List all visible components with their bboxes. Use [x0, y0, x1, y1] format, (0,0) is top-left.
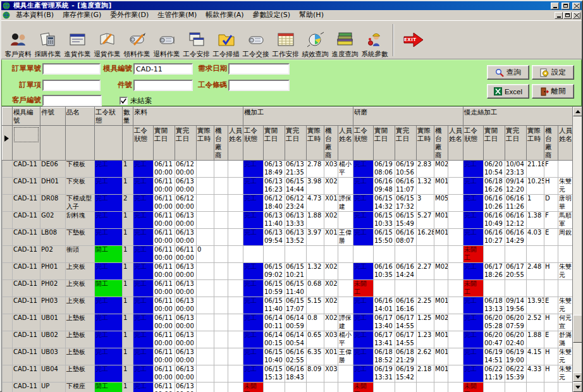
qty-cell[interactable]: 1	[123, 178, 133, 195]
grid-cell[interactable]: 06/18 13:13	[484, 297, 505, 314]
person-cell[interactable]: 馬順軍	[558, 212, 574, 229]
machine-cell[interactable]	[324, 246, 338, 263]
status-cell[interactable]: 完工	[353, 263, 374, 280]
toolbar-button-customer-data[interactable]: 客戶資料	[3, 22, 33, 58]
menu-item-help[interactable]: 幫助(H)	[295, 9, 328, 21]
machine-cell[interactable]: D	[544, 195, 558, 212]
grid-cell[interactable]: 06/17 13:40	[374, 314, 395, 331]
toolbar-button-work-order-arrange[interactable]: 工令安排	[181, 22, 211, 58]
grid-cell[interactable]: 06/15 17:32	[395, 195, 417, 212]
status-cell[interactable]: 完工	[133, 280, 154, 297]
person-cell[interactable]	[448, 195, 463, 212]
hours-cell[interactable]	[197, 365, 214, 383]
machine-cell[interactable]: M01	[434, 348, 448, 365]
vertical-scrollbar[interactable]	[572, 107, 582, 392]
status-cell[interactable]: 完工	[95, 297, 123, 314]
person-cell[interactable]	[448, 383, 463, 392]
person-cell[interactable]	[448, 280, 463, 297]
machine-cell[interactable]	[214, 161, 228, 178]
grid-cell[interactable]: 06/11 00:00	[154, 331, 175, 348]
person-cell[interactable]	[448, 178, 463, 195]
hours-cell[interactable]: 2.78	[307, 161, 324, 178]
grid-cell[interactable]	[264, 383, 285, 392]
part-name-cell[interactable]: 上墊板	[66, 348, 95, 365]
child-minimize-button[interactable]	[555, 12, 563, 19]
machine-cell[interactable]: M01	[434, 297, 448, 314]
table-row[interactable]: CAD-11UB01上墊板完工1完工06/11 00:0006/13 00:00…	[3, 314, 574, 331]
hours-cell[interactable]	[197, 331, 214, 348]
machine-cell[interactable]	[214, 331, 228, 348]
grid-cell[interactable]: 06/15 09:02	[264, 263, 285, 280]
qty-cell[interactable]: 1	[123, 348, 133, 365]
grid-cell[interactable]: 06/13 16:23	[264, 178, 285, 195]
machine-cell[interactable]	[434, 383, 448, 392]
hours-cell[interactable]: 1.23	[417, 331, 434, 348]
grid-cell[interactable]: 06/11 00:00	[154, 161, 175, 178]
grid-cell[interactable]: 06/19 13:31	[374, 365, 395, 383]
machine-cell[interactable]: X03	[324, 365, 338, 383]
mold-no-cell[interactable]: CAD-11	[13, 383, 40, 392]
qty-cell[interactable]: 1	[123, 314, 133, 331]
machine-cell[interactable]	[434, 280, 448, 297]
row-marker[interactable]	[3, 348, 13, 365]
person-cell[interactable]	[338, 280, 353, 297]
open-only-checkbox[interactable]	[120, 97, 128, 105]
status-cell[interactable]: 完工	[353, 297, 374, 314]
toolbar-button-incoming-goods[interactable]: 進貨作業	[63, 22, 92, 58]
grid-cell[interactable]: 06/11 00:00	[154, 348, 175, 365]
hours-cell[interactable]: 2.62	[417, 348, 434, 365]
grid-cell[interactable]	[374, 246, 395, 263]
grid-cell[interactable]: 06/11 00:00	[154, 212, 175, 229]
mold-no-cell[interactable]: CAD-11	[13, 229, 40, 246]
hours-cell[interactable]	[197, 314, 214, 331]
status-cell[interactable]: 未開工	[463, 383, 484, 392]
status-cell[interactable]: 完工	[463, 331, 484, 348]
hours-cell[interactable]: 6.35	[307, 348, 324, 365]
status-cell[interactable]: 完工	[95, 365, 123, 383]
grid-cell[interactable]: 06/14 00:59	[285, 314, 307, 331]
scroll-corner-button[interactable]	[573, 383, 582, 392]
hours-cell[interactable]: 5.27	[417, 212, 434, 229]
grid-cell[interactable]	[505, 246, 527, 263]
grid-cell[interactable]: 06/16 16:16	[395, 297, 417, 314]
grid-cell[interactable]: 06/19 14:51	[484, 348, 505, 365]
person-cell[interactable]: 譚保建	[338, 314, 353, 331]
person-cell[interactable]	[558, 246, 574, 263]
mold-no-cell[interactable]: CAD-11	[13, 212, 40, 229]
hours-cell[interactable]: 13.93	[527, 297, 544, 314]
status-cell[interactable]: 完工	[463, 365, 484, 383]
row-marker[interactable]	[3, 365, 13, 383]
hours-cell[interactable]: 1.25	[417, 314, 434, 331]
status-cell[interactable]: 完工	[133, 195, 154, 212]
qty-cell[interactable]: 1	[123, 383, 133, 392]
part-name-cell[interactable]: 下墊板	[66, 229, 95, 246]
hours-cell[interactable]: 5.15	[307, 297, 324, 314]
query-button[interactable]: 查詢	[487, 65, 529, 80]
person-cell[interactable]	[338, 263, 353, 280]
person-cell[interactable]	[228, 229, 243, 246]
row-marker[interactable]	[3, 178, 13, 195]
part-no-cell[interactable]: UB03	[40, 348, 66, 365]
minimize-button[interactable]	[551, 3, 559, 9]
hours-cell[interactable]: 4.15	[527, 348, 544, 365]
grid-cell[interactable]: 06/14 00:15	[264, 331, 285, 348]
table-row[interactable]: CAD-11PH01上夾板完工1完工06/11 00:0006/13 00:00…	[3, 263, 574, 280]
grid-cell[interactable]: 06/16 14:24	[395, 263, 417, 280]
grid-cell[interactable]: 06/16 10:26	[484, 195, 505, 212]
hours-cell[interactable]: 4.03	[527, 229, 544, 246]
toolbar-button-exit[interactable]: EXIT	[397, 22, 430, 58]
grid-cell[interactable]: 06/13 21:35	[285, 161, 307, 178]
mold-no-cell[interactable]: CAD-11	[13, 280, 40, 297]
toolbar-button-work-order-scan[interactable]: 工令掃描	[211, 22, 241, 58]
status-cell[interactable]: 完工	[133, 314, 154, 331]
hours-cell[interactable]: 8.09	[307, 365, 324, 383]
hours-cell[interactable]: 2.83	[417, 161, 434, 178]
machine-cell[interactable]	[214, 297, 228, 314]
mold-no-input[interactable]	[133, 63, 193, 75]
person-cell[interactable]: 譚保建	[338, 195, 353, 212]
grid-cell[interactable]: 06/18 21:29	[395, 348, 417, 365]
machine-cell[interactable]	[544, 280, 558, 297]
status-cell[interactable]: 完工	[95, 178, 123, 195]
grid-cell[interactable]: 06/13 13:33	[285, 212, 307, 229]
person-cell[interactable]: 朱雙元	[558, 365, 574, 383]
